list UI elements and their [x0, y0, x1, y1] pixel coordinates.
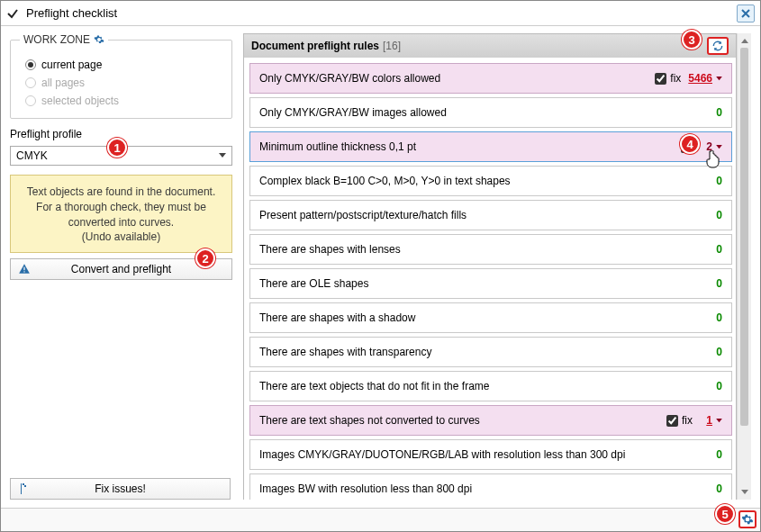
rule-text: Images BW with resolution less than 800 … — [259, 482, 710, 495]
workzone-legend: WORK ZONE — [20, 33, 108, 46]
rules-header: Document preflight rules [16] — [244, 34, 736, 58]
rule-row[interactable]: Minimum outline thickness 0,1 pt2 — [249, 131, 732, 162]
issue-count[interactable]: 5466 — [688, 72, 712, 85]
main-area: WORK ZONE current page all pages selecte… — [1, 26, 760, 507]
window-title: Preflight checklist — [26, 6, 737, 20]
rule-row[interactable]: Only CMYK/GRAY/BW colors allowedfix5466 — [249, 63, 732, 94]
workzone-fieldset: WORK ZONE current page all pages selecte… — [10, 33, 232, 119]
svg-rect-6 — [21, 483, 22, 494]
right-panel: Document preflight rules [16] Only CMYK/… — [240, 26, 760, 507]
refresh-button[interactable] — [707, 37, 729, 55]
callout-1: 1 — [107, 138, 127, 158]
rule-text: Minimum outline thickness 0,1 pt — [259, 140, 681, 153]
fix-checkbox[interactable]: fix — [666, 414, 693, 427]
radio-selected-objects[interactable]: selected objects — [25, 95, 222, 107]
radio-icon — [25, 77, 36, 88]
gear-icon[interactable] — [94, 34, 104, 45]
cursor-icon — [705, 150, 720, 168]
issue-count: 0 — [710, 243, 722, 256]
chevron-down-icon[interactable] — [716, 145, 722, 149]
settings-button[interactable] — [738, 510, 756, 528]
info-line: converted into curves. — [18, 215, 224, 230]
issue-count: 0 — [710, 380, 722, 392]
rule-text: There are shapes with a shadow — [259, 311, 710, 324]
close-button[interactable] — [737, 5, 755, 23]
chevron-down-icon[interactable] — [716, 77, 722, 81]
radio-label: all pages — [41, 77, 85, 89]
titlebar: Preflight checklist — [1, 1, 760, 26]
svg-rect-2 — [23, 483, 24, 485]
rule-text: There are OLE shapes — [259, 277, 710, 290]
check-icon — [6, 7, 19, 20]
rule-row[interactable]: Only CMYK/GRAY/BW images allowed0 — [249, 97, 732, 128]
fix-label: fix — [682, 414, 693, 427]
radio-current-page[interactable]: current page — [25, 59, 222, 71]
info-box: Text objects are found in the document. … — [10, 175, 232, 253]
rule-text: Only CMYK/GRAY/BW colors allowed — [259, 72, 655, 85]
issue-count[interactable]: 1 — [700, 414, 712, 427]
rules-list: Only CMYK/GRAY/BW colors allowedfix5466O… — [244, 58, 736, 500]
issue-count: 0 — [710, 448, 722, 461]
rule-text: There are text shapes not converted to c… — [259, 414, 666, 427]
radio-icon — [25, 59, 36, 70]
rule-row[interactable]: Images CMYK/GRAY/DUOTONE/RGB/LAB with re… — [249, 439, 732, 470]
rules-count: [16] — [383, 40, 401, 52]
callout-4: 4 — [680, 134, 700, 154]
convert-label: Convert and preflight — [71, 263, 171, 275]
profile-value: CMYK — [16, 149, 48, 162]
info-line: Text objects are found in the document. — [18, 185, 224, 200]
rule-row[interactable]: There are text shapes not converted to c… — [249, 405, 732, 436]
info-line: For a thorough check, they must be — [18, 200, 224, 215]
radio-label: current page — [41, 59, 102, 71]
profile-label: Preflight profile — [10, 128, 82, 140]
issue-count: 0 — [710, 482, 722, 495]
rule-row[interactable]: There are text objects that do not fit i… — [249, 371, 732, 401]
issue-count: 0 — [710, 175, 722, 187]
radio-icon — [25, 95, 36, 106]
rule-text: Complex black B=100 C>0, M>0, Y>0 in tex… — [259, 175, 710, 187]
fix-checkbox[interactable]: fix — [655, 72, 681, 85]
chevron-down-icon — [219, 153, 226, 158]
fix-label: fix — [670, 72, 681, 85]
rule-row[interactable]: Complex black B=100 C>0, M>0, Y>0 in tex… — [249, 166, 732, 196]
rule-text: There are text objects that do not fit i… — [259, 380, 710, 392]
rule-text: Only CMYK/GRAY/BW images allowed — [259, 106, 710, 119]
issue-count: 0 — [710, 277, 722, 290]
issue-count: 0 — [710, 106, 722, 119]
scroll-up-icon[interactable] — [738, 33, 751, 48]
callout-3: 3 — [682, 30, 702, 50]
flag-icon — [18, 482, 31, 495]
callout-5: 5 — [715, 504, 735, 524]
svg-rect-4 — [23, 485, 24, 487]
issue-count: 0 — [710, 311, 722, 324]
rules-heading-text: Document preflight rules — [251, 40, 379, 52]
rule-row[interactable]: Images BW with resolution less than 800 … — [249, 473, 732, 500]
rules-container: Document preflight rules [16] Only CMYK/… — [243, 33, 737, 500]
svg-rect-5 — [24, 485, 26, 487]
rule-text: There are shapes with transparency — [259, 346, 710, 358]
svg-rect-3 — [24, 483, 26, 485]
warning-icon — [18, 263, 31, 275]
rule-row[interactable]: There are shapes with lenses0 — [249, 234, 732, 265]
rule-row[interactable]: There are shapes with a shadow0 — [249, 302, 732, 333]
scrollbar[interactable] — [737, 33, 751, 500]
svg-rect-0 — [23, 267, 24, 271]
workzone-legend-text: WORK ZONE — [23, 33, 90, 46]
rule-text: Images CMYK/GRAY/DUOTONE/RGB/LAB with re… — [259, 448, 710, 461]
rule-text: There are shapes with lenses — [259, 243, 710, 256]
svg-rect-1 — [23, 272, 24, 273]
issue-count: 0 — [710, 346, 722, 358]
chevron-down-icon[interactable] — [716, 419, 722, 423]
rule-row[interactable]: Present pattern/postscript/texture/hatch… — [249, 200, 732, 230]
radio-all-pages[interactable]: all pages — [25, 77, 222, 89]
callout-2: 2 — [195, 248, 215, 268]
scroll-thumb[interactable] — [740, 48, 748, 426]
fix-issues-button[interactable]: Fix issues! — [10, 478, 231, 500]
scroll-down-icon[interactable] — [738, 485, 751, 500]
radio-label: selected objects — [41, 95, 119, 107]
issue-count: 0 — [710, 209, 722, 221]
fix-issues-label: Fix issues! — [95, 482, 146, 495]
info-undo: (Undo available) — [18, 230, 224, 245]
rule-row[interactable]: There are shapes with transparency0 — [249, 337, 732, 367]
rule-row[interactable]: There are OLE shapes0 — [249, 268, 732, 299]
